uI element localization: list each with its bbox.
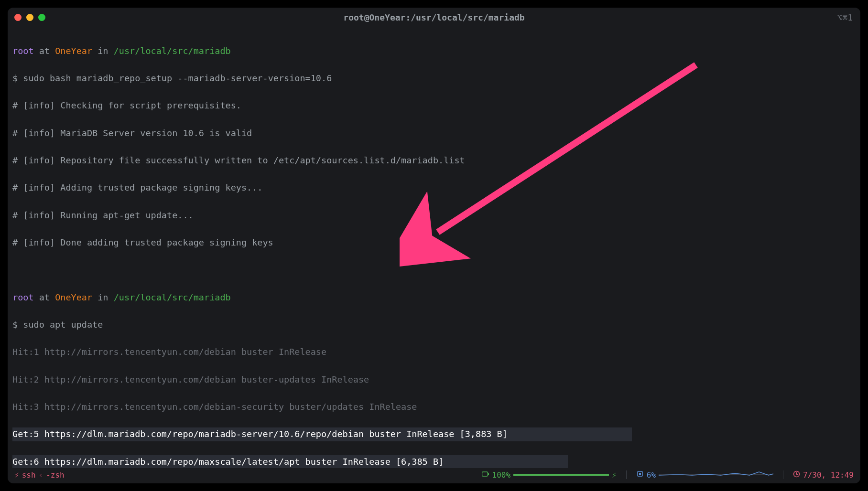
terminal-window: root@OneYear:/usr/local/src/mariadb ⌥⌘1 …	[8, 8, 860, 483]
output-line: # [info] MariaDB Server version 10.6 is …	[12, 127, 856, 140]
traffic-lights	[14, 14, 45, 21]
status-cpu: 6%	[636, 470, 773, 480]
clock-icon	[793, 470, 800, 480]
prompt-in: in	[92, 292, 114, 302]
command-text: sudo bash mariadb_repo_setup --mariadb-s…	[23, 73, 332, 83]
output-line: # [info] Repository file successfully wr…	[12, 154, 856, 168]
cpu-bar	[659, 474, 773, 475]
battery-bar	[513, 474, 609, 475]
command-line: $ sudo apt update	[12, 318, 856, 332]
status-process: ⚡︎ ssh ‹ -zsh	[14, 470, 65, 480]
prompt-cwd: /usr/local/src/mariadb	[114, 292, 231, 302]
status-separator: ‹	[39, 470, 43, 480]
prompt-at: at	[34, 292, 55, 302]
output-line: Hit:3 http://mirrors.tencentyun.com/debi…	[12, 400, 856, 414]
window-title: root@OneYear:/usr/local/src/mariadb	[8, 12, 860, 22]
svg-rect-0	[482, 472, 488, 476]
cpu-pct: 6%	[647, 470, 656, 480]
battery-pct: 100%	[492, 470, 511, 480]
window-shortcut: ⌥⌘1	[837, 12, 853, 22]
output-line: # [info] Adding trusted package signing …	[12, 181, 856, 195]
prompt-in: in	[92, 46, 114, 56]
divider	[472, 470, 472, 479]
statusbar: ⚡︎ ssh ‹ -zsh 100% ⚡︎ 6%	[8, 468, 860, 483]
output-line: # [info] Done adding trusted package sig…	[12, 236, 856, 250]
command-text: sudo apt update	[23, 320, 103, 330]
output-highlighted-line: Get:6 https://dlm.mariadb.com/repo/maxsc…	[12, 455, 856, 468]
minimize-button[interactable]	[26, 14, 33, 21]
output-line: Hit:1 http://mirrors.tencentyun.com/debi…	[12, 345, 856, 359]
prompt-line: root at OneYear in /usr/local/src/mariad…	[12, 44, 856, 58]
status-battery: 100% ⚡︎	[482, 470, 617, 480]
output-line: # [info] Running apt-get update...	[12, 209, 856, 223]
prompt-host: OneYear	[55, 292, 92, 302]
lightning-icon: ⚡︎	[14, 470, 19, 480]
output-line: Hit:2 http://mirrors.tencentyun.com/debi…	[12, 373, 856, 387]
svg-rect-1	[488, 473, 489, 475]
prompt-cwd: /usr/local/src/mariadb	[114, 46, 231, 56]
titlebar: root@OneYear:/usr/local/src/mariadb ⌥⌘1	[8, 8, 860, 27]
battery-icon	[482, 470, 489, 480]
prompt-at: at	[34, 46, 55, 56]
status-ssh: ssh	[22, 470, 36, 480]
clock-text: 7/30, 12:49	[803, 470, 854, 480]
prompt-host: OneYear	[55, 46, 92, 56]
output-line: # [info] Checking for script prerequisit…	[12, 99, 856, 113]
divider	[783, 470, 783, 479]
prompt-line: root at OneYear in /usr/local/src/mariad…	[12, 291, 856, 305]
output-highlighted-line: Get:5 https://dlm.mariadb.com/repo/maria…	[12, 427, 856, 441]
command-line: $ sudo bash mariadb_repo_setup --mariadb…	[12, 72, 856, 85]
terminal-body[interactable]: root at OneYear in /usr/local/src/mariad…	[8, 27, 860, 468]
svg-rect-3	[639, 473, 641, 475]
prompt-user: root	[12, 46, 34, 56]
blank-line	[12, 263, 856, 277]
prompt-symbol: $	[12, 73, 23, 83]
cpu-icon	[636, 470, 644, 480]
status-shell: -zsh	[46, 470, 65, 480]
status-clock: 7/30, 12:49	[793, 470, 854, 480]
maximize-button[interactable]	[38, 14, 45, 21]
prompt-symbol: $	[12, 320, 23, 330]
bolt-icon: ⚡︎	[612, 470, 617, 480]
divider	[626, 470, 627, 479]
prompt-user: root	[12, 292, 34, 302]
close-button[interactable]	[14, 14, 22, 21]
